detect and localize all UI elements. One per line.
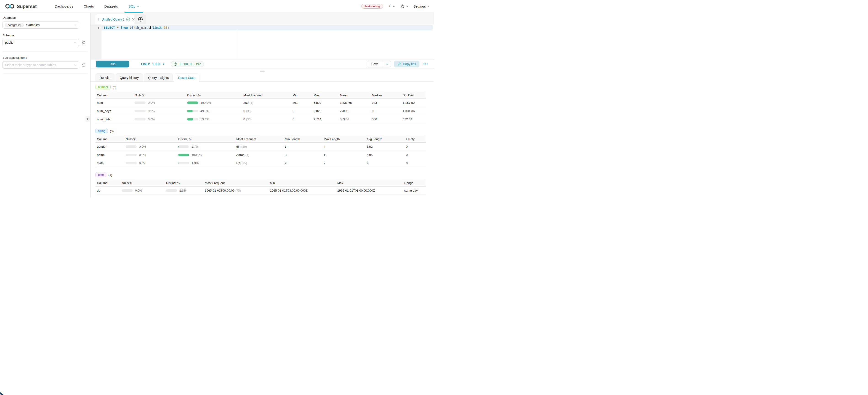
limit-dropdown[interactable]: LIMIT: 1 000 ▼	[141, 62, 165, 66]
results-tabstrip: Results Query history Query Insights Res…	[91, 73, 434, 82]
schema-select[interactable]: public	[2, 39, 79, 46]
schema-label: Schema	[2, 34, 88, 37]
type-tag-date: date	[96, 173, 106, 177]
distinct-bar	[187, 110, 198, 112]
chevron-down-icon	[74, 42, 76, 43]
distinct-bar	[178, 162, 189, 164]
query-success-icon	[126, 18, 130, 21]
table-header-row: Column Nulls % Distinct % Most Frequent …	[96, 179, 426, 186]
query-tabstrip: ⋮ Untitled Query 1	[91, 13, 434, 25]
type-count: (3)	[110, 129, 114, 133]
type-tag-string: string	[96, 129, 108, 133]
nulls-bar	[134, 110, 146, 112]
column-name: num_boys	[96, 109, 133, 113]
nulls-bar	[134, 101, 146, 104]
distinct-bar	[178, 145, 189, 148]
chevron-down-icon	[74, 64, 76, 66]
table-header-row: Column Nulls % Distinct % Most Frequent …	[96, 92, 426, 99]
database-label: Database	[2, 16, 88, 20]
table-schema-label: See table schema	[2, 56, 88, 59]
freq-value: girl	[236, 145, 241, 148]
clock-icon	[174, 62, 177, 66]
query-tab[interactable]: ⋮ Untitled Query 1	[95, 14, 134, 25]
freq-count: (75)	[242, 161, 247, 165]
tab-result-stats[interactable]: Result Stats	[174, 73, 199, 82]
nav-item-dashboards[interactable]: Dashboards	[50, 0, 79, 12]
table-row: num_girls 0.0% 53.3% 0(36) 0 2,714 553.5…	[96, 115, 426, 123]
save-button[interactable]: Save	[367, 61, 383, 67]
freq-count: (39)	[246, 109, 252, 113]
copy-link-button[interactable]: Copy link	[394, 61, 420, 67]
table-row: num_boys 0.0% 49.3% 0(39) 0 6,820 778.12…	[96, 107, 426, 115]
date-stats-table: Column Nulls % Distinct % Most Frequent …	[96, 179, 426, 195]
distinct-bar	[166, 189, 177, 192]
more-actions-button[interactable]: •••	[422, 62, 429, 66]
tab-query-history[interactable]: Query history	[116, 73, 143, 82]
chevron-down-icon	[74, 24, 76, 26]
brand-name: Superset	[17, 4, 37, 9]
nav-item-datasets[interactable]: Datasets	[99, 0, 123, 12]
schema-value: public	[5, 41, 13, 44]
grip-line	[260, 70, 265, 70]
chevron-down-icon	[137, 5, 139, 7]
freq-value: CA	[236, 161, 241, 165]
theme-dropdown[interactable]	[400, 4, 408, 8]
type-tag-number: number	[96, 85, 111, 89]
close-tab-icon[interactable]	[132, 18, 134, 21]
refresh-schemas-icon[interactable]	[82, 40, 86, 45]
table-select[interactable]: Select table or type to search tables	[2, 61, 79, 68]
navbar: Superset Dashboards Charts Datasets SQL …	[0, 0, 434, 13]
collapse-sidebar-button[interactable]	[86, 116, 90, 122]
freq-value: 369	[243, 101, 249, 104]
add-query-tab-button[interactable]	[134, 14, 146, 25]
type-count: (3)	[113, 86, 117, 89]
table-select-placeholder: Select table or type to search tables	[5, 63, 56, 67]
nav-item-sql[interactable]: SQL	[123, 0, 145, 12]
query-tab-title: Untitled Query 1	[101, 18, 125, 21]
column-name: num	[96, 101, 133, 104]
nulls-bar	[126, 154, 137, 156]
new-dropdown[interactable]: +	[388, 4, 395, 9]
save-split-button: Save	[367, 61, 391, 67]
freq-count: (75)	[236, 189, 241, 192]
editor-gutter: 1	[91, 25, 101, 59]
type-count: (1)	[108, 173, 112, 177]
freq-value: 0	[243, 118, 245, 121]
tab-query-insights[interactable]: Query Insights	[144, 73, 173, 82]
database-select[interactable]: postgresql examples	[2, 21, 79, 29]
result-stats-panel: number (3) Column Nulls % Distinct % Mos…	[91, 82, 434, 198]
sqllab-left-panel: Database postgresql examples Schema publ…	[0, 13, 91, 198]
database-type-chip: postgresql	[5, 23, 24, 27]
tab-results[interactable]: Results	[96, 73, 115, 82]
infinity-logo-icon	[5, 3, 14, 9]
run-button[interactable]: Run	[96, 61, 129, 67]
column-name: ds	[96, 189, 120, 192]
nav-item-charts[interactable]: Charts	[79, 0, 99, 12]
sql-code-line[interactable]: SELECT * from birth_names limit 75;	[104, 25, 169, 30]
superset-logo[interactable]: Superset	[5, 3, 37, 9]
pane-resize-handle[interactable]	[91, 69, 434, 73]
sql-editor[interactable]: 1 SELECT * from birth_names limit 75;	[91, 25, 434, 59]
link-icon	[397, 62, 401, 66]
plus-icon: +	[388, 4, 391, 9]
table-row: ds 0.0% 1.3% 1965-01-01T00:00:00(75) 196…	[96, 186, 426, 195]
caret-down-icon: ▼	[162, 63, 165, 65]
sun-icon	[400, 4, 405, 8]
settings-menu[interactable]: Settings	[413, 4, 429, 8]
timer-value: 00:00:00.192	[179, 62, 201, 66]
freq-value: 1965-01-01T00:00:00	[205, 189, 235, 192]
refresh-tables-icon[interactable]	[82, 63, 86, 67]
column-name: state	[96, 161, 124, 165]
distinct-bar	[178, 154, 189, 156]
column-name: name	[96, 153, 124, 157]
chevron-down-icon	[393, 6, 395, 7]
active-nav-underline	[125, 12, 143, 12]
freq-value: Aaron	[236, 153, 245, 157]
query-timer-badge: 00:00:00.192	[171, 61, 204, 67]
chevron-down-icon	[427, 6, 429, 7]
table-row: name 0.0% 100.0% Aaron(1) 3 11 5.95 0	[96, 151, 426, 159]
drag-handle-icon[interactable]: ⋮	[97, 18, 100, 21]
save-options-caret[interactable]	[383, 61, 391, 67]
grip-line	[260, 71, 265, 71]
column-name: gender	[96, 145, 124, 148]
